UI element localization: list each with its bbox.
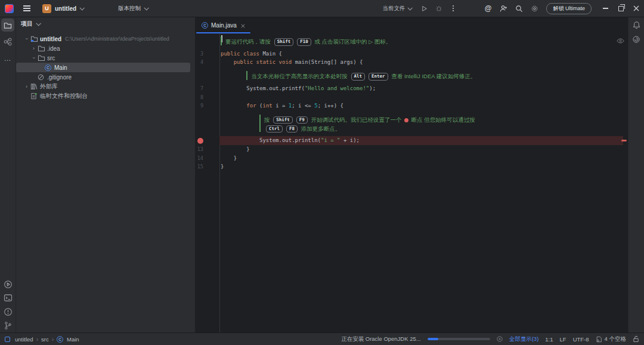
class-icon: C [202,22,208,29]
gutter-separator [219,34,220,332]
key-chip: Shift [274,38,294,46]
breadcrumb-item[interactable]: CMain [57,336,79,343]
settings-gear-icon[interactable] [530,4,539,13]
project-panel-title: 项目 [21,20,33,28]
status-bar-widgets: 正在安装 Oracle OpenJDK 25... 全部显示(3) 1:1 LF… [341,335,639,343]
code-line[interactable]: System.out.printf("Hello and welcome!"); [221,84,623,93]
hint-text: 要运行代码，请按 [225,38,273,45]
key-chip: F8 [286,125,298,133]
app-logo-icon[interactable] [5,4,14,13]
caret-position-widget[interactable]: 1:1 [545,336,553,343]
indent-widget[interactable]: 4 个空格 [596,335,626,343]
git-tool-icon[interactable] [1,319,14,332]
code-with-me-icon[interactable] [499,4,508,13]
breakpoint-icon [404,118,408,122]
ignored-icon [38,74,47,81]
write-access-lock-icon[interactable] [633,335,639,343]
breadcrumb-separator: › [36,336,38,343]
code-line[interactable]: System.out.println("i = " + i); [221,136,623,145]
run-tool-icon[interactable] [1,278,14,291]
run-config-selector[interactable]: 当前文件 [382,5,411,13]
tree-item-label: 外部库 [40,82,58,91]
line-number: 3 [195,50,203,58]
tree-item-scratches[interactable]: 临时文件和控制台 [16,91,190,101]
close-button[interactable] [628,0,644,17]
tree-item-untitled[interactable]: ›untitledC:\Users\Administrator\IdeaProj… [16,34,190,44]
encoding-widget[interactable]: UTF-8 [573,336,589,343]
more-actions-icon[interactable] [448,4,458,13]
key-chip: F10 [297,38,311,46]
search-icon[interactable] [514,4,524,13]
project-tool-icon[interactable] [1,19,14,32]
vcs-widget[interactable]: 版本控制 [118,5,148,13]
breadcrumb-item[interactable]: untitled [5,336,33,343]
editor-hint: 要运行代码，请按 ShiftF10 或 点击装订区域中的 ▷ 图标。 [221,36,391,45]
run-button[interactable] [419,4,429,13]
vcs-label: 版本控制 [118,5,141,13]
breakpoint-dot[interactable] [197,138,203,144]
hint-text: 开始调试代码。我们已经设置了一个 [309,116,403,123]
tree-item-label: src [47,55,55,61]
tree-item-gitignore[interactable]: .gitignore [16,72,190,82]
ai-assistant-chat-icon[interactable] [630,33,643,46]
debug-button[interactable] [434,4,444,13]
line-separator-widget[interactable]: LF [560,336,566,343]
tab-main-java[interactable]: C Main.java [196,17,250,33]
breadcrumb-separator: › [52,336,54,343]
show-all-tasks-link[interactable]: 全部显示(3) [509,335,539,343]
editor-hint: 按 ShiftF9 开始调试代码。我们已经设置了一个 断点 但您始终可以通过按C… [259,115,475,132]
problems-tool-icon[interactable] [1,305,14,318]
hint-text: 添加更多断点。 [299,125,340,132]
intellij-idea-window: U untitled 版本控制 当前文件 @ [0,0,644,345]
tab-label: Main.java [211,22,237,29]
right-tool-stripe [628,17,644,332]
project-icon [5,337,13,342]
main-menu-icon[interactable] [23,5,30,11]
close-tab-icon[interactable] [241,23,245,29]
background-task-label: 正在安装 Oracle OpenJDK 25... [341,335,421,343]
more-tool-windows-icon[interactable]: … [1,52,14,65]
terminal-tool-icon[interactable] [1,291,14,304]
class-icon: C [45,64,54,71]
minimize-button[interactable] [597,0,613,17]
hint-text: 图标。 [373,38,391,45]
tree-item-src[interactable]: ›src [16,53,190,63]
editor: C Main.java 要运行代码，请按 ShiftF10 或 点击装订区域中的… [195,17,628,332]
code-line[interactable]: for (int i = 1; i <= 5; i++) { [221,101,623,110]
code-line[interactable]: public class Main { [221,50,623,58]
tree-item-idea[interactable]: ›.idea [16,44,190,53]
notifications-bell-icon[interactable] [630,19,643,32]
code-line[interactable]: } [221,145,623,154]
line-number: 13 [195,145,203,154]
project-panel-header[interactable]: 项目 [21,19,40,29]
status-bar: untitled›src›CMain 正在安装 Oracle OpenJDK 2… [0,332,644,345]
main-area: … 项目 ›untitledC:\Users\Administrator\Ide… [0,17,644,332]
tree-item-external-libraries[interactable]: ›外部库 [16,82,190,91]
breadcrumb-item[interactable]: src [41,336,49,343]
project-name: untitled [55,5,76,12]
title-bar-right: 当前文件 @ 解锁 Ultimate [382,0,644,17]
code-line[interactable]: public static void main(String[] args) { [221,58,623,67]
chevron-expanded-icon[interactable]: › [24,35,30,43]
chevron-expanded-icon[interactable]: › [31,54,37,62]
key-chip: Ctrl [266,125,283,133]
class-icon: C [57,336,64,343]
chevron-collapsed-icon[interactable]: › [23,84,30,90]
tree-item-label: .idea [47,45,60,52]
code-area[interactable]: 要运行代码，请按 ShiftF10 或 点击装订区域中的 ▷ 图标。3publi… [195,34,628,332]
code-line[interactable]: } [221,154,623,163]
restore-button[interactable] [613,0,628,17]
hint-text: 按 [264,116,271,123]
chevron-down-icon [36,21,41,26]
code-line[interactable] [221,93,623,102]
cancel-task-icon[interactable] [497,336,503,342]
ai-assistant-icon[interactable]: @ [483,4,493,13]
tree-item-main[interactable]: CMain [16,63,190,72]
chevron-collapsed-icon[interactable]: › [30,45,38,51]
structure-tool-icon[interactable] [1,35,14,48]
line-number: 7 [195,84,203,93]
library-icon [30,83,40,90]
code-line[interactable]: } [221,162,623,171]
unlock-ultimate-button[interactable]: 解锁 Ultimate [546,3,592,14]
project-widget[interactable]: U untitled [42,4,83,13]
